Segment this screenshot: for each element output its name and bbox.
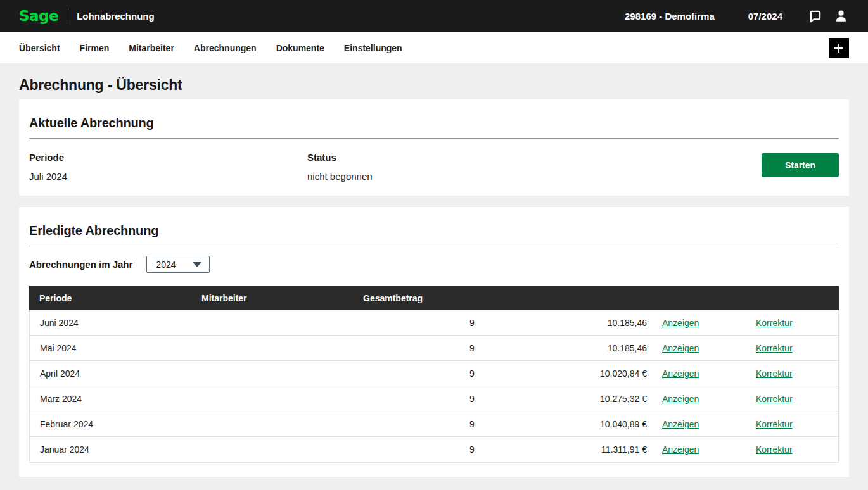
- nav-item-mitarbeiter[interactable]: Mitarbeiter: [129, 43, 174, 53]
- cell-periode: April 2024: [30, 368, 434, 379]
- korrektur-link[interactable]: Korrektur: [756, 343, 793, 353]
- anzeigen-link[interactable]: Anzeigen: [662, 368, 699, 379]
- periode-value: Juli 2024: [29, 171, 307, 182]
- table-header: Periode Mitarbeiter Gesamtbetrag: [29, 286, 839, 310]
- year-dropdown-value: 2024: [156, 260, 176, 270]
- company-selector[interactable]: 298169 - Demofirma: [625, 11, 715, 22]
- korrektur-link[interactable]: Korrektur: [756, 419, 793, 429]
- korrektur-link[interactable]: Korrektur: [756, 444, 793, 455]
- header-periode: Periode: [29, 293, 191, 303]
- year-dropdown[interactable]: 2024: [146, 256, 210, 273]
- anzeigen-link[interactable]: Anzeigen: [662, 444, 699, 455]
- user-icon[interactable]: [833, 8, 849, 25]
- nav-item-abrechnungen[interactable]: Abrechnungen: [194, 43, 257, 53]
- current-payroll-card: Aktuelle Abrechnung Periode Juli 2024 St…: [19, 99, 849, 196]
- year-filter-row: Abrechnungen im Jahr 2024: [29, 256, 839, 273]
- main-content: Abrechnung - Übersicht Aktuelle Abrechnu…: [0, 77, 868, 489]
- status-value: nicht begonnen: [307, 171, 762, 182]
- add-button[interactable]: [829, 38, 849, 58]
- korrektur-link[interactable]: Korrektur: [756, 318, 793, 328]
- cell-periode: Juni 2024: [30, 318, 434, 328]
- anzeigen-link[interactable]: Anzeigen: [662, 394, 699, 404]
- cell-gesamtbetrag: 11.311,91 €: [510, 444, 662, 455]
- cell-mitarbeiter: 9: [434, 419, 510, 429]
- topbar-icons: [807, 8, 849, 25]
- current-payroll-title: Aktuelle Abrechnung: [29, 116, 839, 139]
- cell-mitarbeiter: 9: [434, 444, 510, 455]
- table-row: Februar 2024 9 10.040,89 € Anzeigen Korr…: [30, 411, 838, 437]
- periode-field: Periode Juli 2024: [29, 152, 307, 182]
- brand-divider: [67, 8, 67, 25]
- plus-icon: [833, 42, 845, 54]
- current-payroll-content: Periode Juli 2024 Status nicht begonnen …: [29, 152, 839, 182]
- table-row: Mai 2024 9 10.185,46 Anzeigen Korrektur: [30, 336, 838, 361]
- status-field: Status nicht begonnen: [307, 152, 762, 182]
- table-row: Januar 2024 9 11.311,91 € Anzeigen Korre…: [30, 437, 838, 462]
- table-row: April 2024 9 10.020,84 € Anzeigen Korrek…: [30, 361, 838, 386]
- sage-logo[interactable]: Sage: [19, 9, 58, 23]
- caret-down-icon: [193, 262, 201, 267]
- done-payroll-card: Erledigte Abrechnung Abrechnungen im Jah…: [19, 207, 849, 477]
- table-body: Juni 2024 9 10.185,46 Anzeigen Korrektur…: [29, 310, 839, 463]
- anzeigen-link[interactable]: Anzeigen: [662, 318, 699, 328]
- nav-item-uebersicht[interactable]: Übersicht: [19, 43, 60, 53]
- cell-gesamtbetrag: 10.020,84 €: [510, 368, 662, 379]
- table-row: März 2024 9 10.275,32 € Anzeigen Korrekt…: [30, 386, 838, 411]
- topbar-right: 298169 - Demofirma 07/2024: [625, 8, 849, 25]
- header-gesamtbetrag: Gesamtbetrag: [353, 293, 839, 303]
- cell-periode: März 2024: [30, 394, 434, 404]
- cell-mitarbeiter: 9: [434, 394, 510, 404]
- done-payroll-title: Erledigte Abrechnung: [29, 223, 839, 246]
- nav-item-dokumente[interactable]: Dokumente: [276, 43, 324, 53]
- nav-item-einstellungen[interactable]: Einstellungen: [344, 43, 402, 53]
- status-label: Status: [307, 152, 762, 163]
- period-selector[interactable]: 07/2024: [748, 11, 782, 22]
- app-title: Lohnabrechnung: [77, 11, 155, 22]
- page-title: Abrechnung - Übersicht: [19, 77, 849, 94]
- cell-periode: Januar 2024: [30, 444, 434, 455]
- cell-gesamtbetrag: 10.185,46: [510, 343, 662, 353]
- anzeigen-link[interactable]: Anzeigen: [662, 419, 699, 429]
- cell-gesamtbetrag: 10.040,89 €: [510, 419, 662, 429]
- cell-mitarbeiter: 9: [434, 368, 510, 379]
- cell-mitarbeiter: 9: [434, 343, 510, 353]
- cell-mitarbeiter: 9: [434, 318, 510, 328]
- year-filter-label: Abrechnungen im Jahr: [29, 259, 132, 270]
- anzeigen-link[interactable]: Anzeigen: [662, 343, 699, 353]
- korrektur-link[interactable]: Korrektur: [756, 368, 793, 379]
- main-nav: Übersicht Firmen Mitarbeiter Abrechnunge…: [0, 32, 868, 63]
- table-row: Juni 2024 9 10.185,46 Anzeigen Korrektur: [30, 310, 838, 336]
- header-mitarbeiter: Mitarbeiter: [191, 293, 353, 303]
- start-button[interactable]: Starten: [762, 153, 839, 177]
- payroll-table: Periode Mitarbeiter Gesamtbetrag Juni 20…: [29, 286, 839, 463]
- cell-periode: Februar 2024: [30, 419, 434, 429]
- cell-gesamtbetrag: 10.185,46: [510, 318, 662, 328]
- periode-label: Periode: [29, 152, 307, 163]
- top-bar: Sage Lohnabrechnung 298169 - Demofirma 0…: [0, 0, 868, 32]
- cell-periode: Mai 2024: [30, 343, 434, 353]
- cell-gesamtbetrag: 10.275,32 €: [510, 394, 662, 404]
- nav-item-firmen[interactable]: Firmen: [80, 43, 110, 53]
- chat-bubble-icon[interactable]: [807, 8, 823, 25]
- korrektur-link[interactable]: Korrektur: [756, 394, 793, 404]
